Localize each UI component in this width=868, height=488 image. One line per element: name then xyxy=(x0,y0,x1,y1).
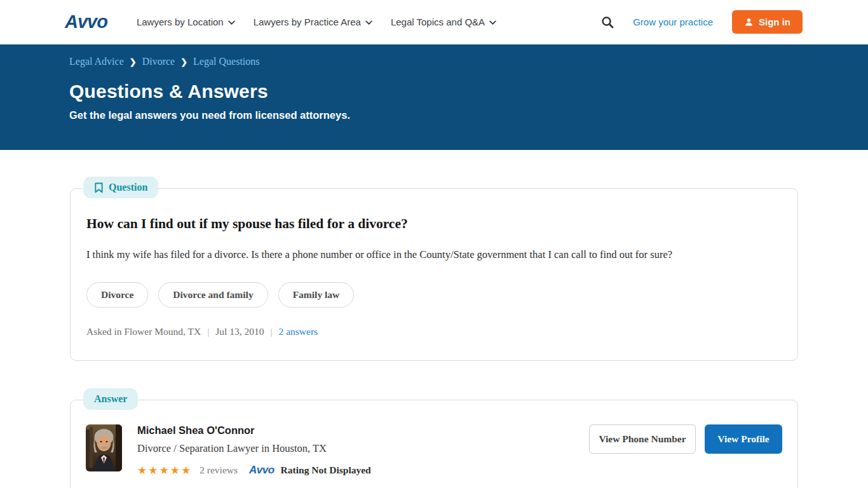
breadcrumb-legal-advice[interactable]: Legal Advice xyxy=(69,56,124,67)
breadcrumb-separator-icon: ❯ xyxy=(130,57,137,67)
reviews-count: 2 reviews xyxy=(200,464,238,476)
view-phone-number-button[interactable]: View Phone Number xyxy=(589,424,696,454)
tag-family-law[interactable]: Family law xyxy=(278,282,355,308)
answers-count-link[interactable]: 2 answers xyxy=(279,326,318,337)
bookmark-icon xyxy=(94,182,104,193)
lawyer-title: Divorce / Separation Lawyer in Houston, … xyxy=(137,442,371,455)
asked-date: Jul 13, 2010 xyxy=(215,326,264,337)
nav-legal-topics-qa[interactable]: Legal Topics and Q&A xyxy=(391,17,496,27)
page-subtitle: Get the legal answers you need from lice… xyxy=(69,109,868,121)
answer-card: Michael Shea O'Connor Divorce / Separati… xyxy=(70,400,798,488)
lawyer-portrait-image xyxy=(86,424,122,471)
nav-lawyers-by-location[interactable]: Lawyers by Location xyxy=(137,17,235,27)
tag-divorce[interactable]: Divorce xyxy=(86,282,148,308)
sign-in-button[interactable]: Sign in xyxy=(732,10,803,34)
question-badge-label: Question xyxy=(109,182,147,193)
question-title: How can I find out if my spouse has file… xyxy=(86,216,782,232)
tag-divorce-and-family[interactable]: Divorce and family xyxy=(158,282,268,308)
divider: | xyxy=(270,326,272,337)
rating-status: Rating Not Displayed xyxy=(281,464,371,476)
question-meta: Asked in Flower Mound, TX | Jul 13, 2010… xyxy=(86,326,782,337)
answer-block: Answer xyxy=(70,388,798,488)
nav-lawyers-by-practice-area[interactable]: Lawyers by Practice Area xyxy=(254,17,372,27)
lawyer-photo[interactable] xyxy=(86,424,122,471)
answer-badge-label: Answer xyxy=(94,393,127,405)
chevron-down-icon xyxy=(489,20,496,25)
breadcrumb: Legal Advice ❯ Divorce ❯ Legal Questions xyxy=(69,56,868,67)
main-nav: Lawyers by Location Lawyers by Practice … xyxy=(137,17,496,27)
lawyer-row: Michael Shea O'Connor Divorce / Separati… xyxy=(86,424,782,477)
sign-in-label: Sign in xyxy=(759,17,790,27)
lawyer-info: Michael Shea O'Connor Divorce / Separati… xyxy=(137,424,371,477)
question-card: How can I find out if my spouse has file… xyxy=(70,188,798,361)
breadcrumb-separator-icon: ❯ xyxy=(180,57,187,67)
lawyer-rating-row: ★★★★★ 2 reviews Avvo Rating Not Displaye… xyxy=(137,464,371,477)
grow-your-practice-link[interactable]: Grow your practice xyxy=(633,17,713,27)
question-badge: Question xyxy=(83,177,158,198)
breadcrumb-legal-questions[interactable]: Legal Questions xyxy=(193,56,259,67)
lawyer-actions: View Phone Number View Profile xyxy=(589,424,782,454)
answer-badge: Answer xyxy=(83,388,138,410)
avvo-rating-logo: Avvo xyxy=(249,464,275,477)
question-body: I think my wife has filed for a divorce.… xyxy=(86,248,782,261)
star-rating-icons: ★★★★★ xyxy=(137,465,192,476)
main-content: Question How can I find out if my spouse… xyxy=(0,150,868,488)
lawyer-name-link[interactable]: Michael Shea O'Connor xyxy=(137,424,371,437)
view-profile-button[interactable]: View Profile xyxy=(705,424,782,454)
top-navbar: Avvo Lawyers by Location Lawyers by Prac… xyxy=(0,0,868,44)
breadcrumb-divorce[interactable]: Divorce xyxy=(142,56,175,67)
chevron-down-icon xyxy=(365,20,372,25)
divider: | xyxy=(207,326,209,337)
header-actions: Grow your practice Sign in xyxy=(601,10,803,34)
asked-location: Asked in Flower Mound, TX xyxy=(86,326,201,337)
nav-label: Legal Topics and Q&A xyxy=(391,17,485,27)
search-icon[interactable] xyxy=(601,16,614,29)
page-title: Questions & Answers xyxy=(69,81,868,102)
avvo-logo[interactable]: Avvo xyxy=(65,11,107,32)
hero-banner: Legal Advice ❯ Divorce ❯ Legal Questions… xyxy=(0,44,868,150)
nav-label: Lawyers by Location xyxy=(137,17,224,27)
question-block: Question How can I find out if my spouse… xyxy=(70,177,798,361)
nav-label: Lawyers by Practice Area xyxy=(254,17,361,27)
question-tags: Divorce Divorce and family Family law xyxy=(86,282,782,308)
chevron-down-icon xyxy=(228,20,235,25)
person-icon xyxy=(744,17,754,27)
